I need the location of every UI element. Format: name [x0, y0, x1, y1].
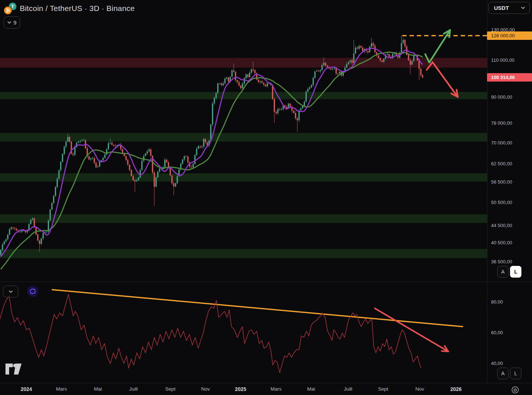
price-axis-tick: 110 000,00	[491, 57, 514, 63]
tradingview-logo[interactable]	[5, 363, 22, 375]
symbol-header: T ₿ Bitcoin / TetherUS · 3D · Binance	[3, 1, 135, 15]
chevron-down-icon	[9, 290, 13, 293]
time-axis-label: Juill	[344, 386, 352, 392]
time-axis-label: Mai	[307, 386, 315, 392]
time-axis-label: Juill	[129, 386, 137, 392]
rsi-axis-tick: 80,00	[491, 299, 503, 305]
main-chart[interactable]	[0, 0, 487, 282]
chart-app: T ₿ Bitcoin / TetherUS · 3D · Binance 9 …	[0, 0, 532, 395]
indicator-legend-button[interactable]: 9	[4, 16, 20, 29]
resistance-price-label: 126 000,00	[487, 31, 532, 40]
page-title[interactable]: Bitcoin / TetherUS · 3D · Binance	[20, 4, 135, 13]
time-axis[interactable]: 2024MarsMaiJuillSeptNov2025MarsMaiJuillS…	[0, 383, 532, 395]
price-axis-tick: 90 000,00	[491, 94, 512, 100]
sync-arrows-icon	[29, 287, 37, 295]
price-axis-tick: 40 500,00	[491, 240, 512, 245]
log-scale-button[interactable]: L	[510, 266, 521, 278]
price-axis[interactable]: 130 000,00110 000,0090 000,0078 000,0070…	[487, 0, 532, 282]
time-axis-label: Mars	[271, 386, 282, 392]
chevron-down-icon	[7, 21, 11, 24]
rsi-auto-scale-button[interactable]: A	[497, 368, 509, 379]
price-axis-tick: 44 500,00	[491, 223, 512, 228]
symbol-pair-icons: T ₿	[3, 1, 17, 15]
time-axis-label: Nov	[201, 386, 210, 392]
rsi-log-scale-button[interactable]: L	[510, 368, 521, 379]
rsi-pane-chart[interactable]	[0, 282, 487, 383]
rsi-axis[interactable]: 80,0060,0040,00AL	[487, 282, 532, 383]
chart-settings-icon[interactable]	[510, 386, 520, 395]
time-axis-label: 2024	[20, 386, 32, 392]
price-axis-tick: 78 000,00	[491, 120, 512, 126]
last-price-label: 100 314,06	[487, 73, 532, 82]
time-axis-label: 2025	[235, 386, 246, 392]
rsi-axis-tick: 60,00	[491, 330, 503, 335]
indicator-count: 9	[14, 19, 16, 26]
time-axis-label: Mars	[56, 386, 67, 392]
rsi-refresh-icon[interactable]	[27, 286, 38, 297]
bitcoin-icon: ₿	[4, 6, 12, 15]
time-axis-label: Sept	[165, 386, 176, 392]
time-axis-label: Mai	[94, 386, 102, 392]
rsi-axis-tick: 40,00	[491, 361, 503, 366]
time-axis-label: 2026	[450, 386, 461, 392]
price-axis-tick: 36 500,00	[491, 259, 512, 264]
rsi-collapse-button[interactable]	[3, 286, 18, 297]
time-axis-label: Nov	[415, 386, 424, 392]
price-axis-tick: 56 500,00	[491, 179, 512, 185]
time-axis-label: Sept	[378, 386, 388, 392]
price-axis-tick: 70 000,00	[491, 140, 512, 146]
pane-divider[interactable]	[0, 282, 532, 282]
price-axis-tick: 50 500,00	[491, 200, 512, 205]
price-axis-tick: 62 500,00	[491, 161, 512, 166]
auto-scale-button[interactable]: A	[497, 266, 509, 278]
